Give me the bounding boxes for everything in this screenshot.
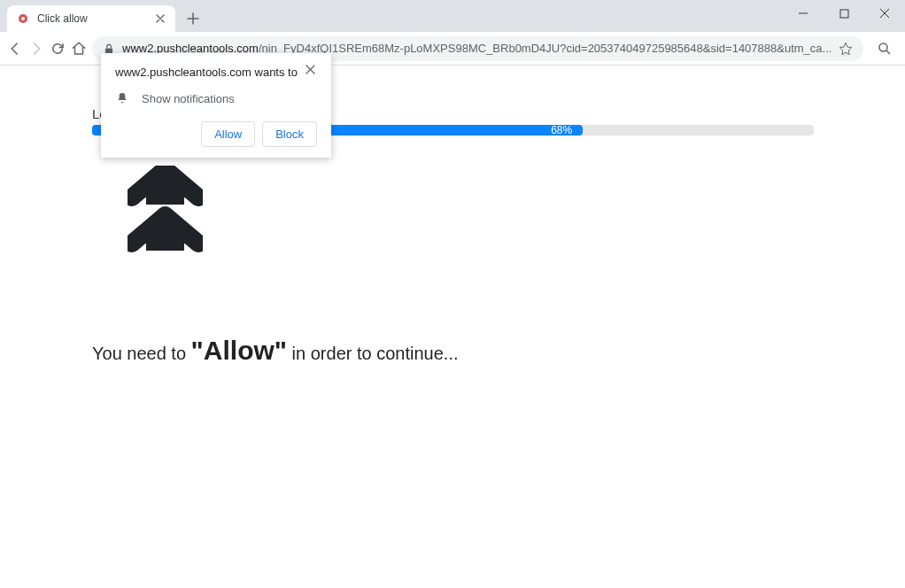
toolbar-right xyxy=(869,36,905,61)
svg-rect-3 xyxy=(105,48,112,53)
permission-close-icon[interactable] xyxy=(303,62,317,76)
minimize-button[interactable] xyxy=(783,0,824,27)
permission-show-notifications: Show notifications xyxy=(142,92,235,105)
close-window-button[interactable] xyxy=(864,0,905,27)
home-button[interactable] xyxy=(71,36,87,61)
browser-titlebar: Click allow xyxy=(0,0,905,32)
zoom-icon[interactable] xyxy=(872,36,897,61)
tab-title: Click allow xyxy=(37,12,88,25)
notification-permission-popup: www2.pushcleantools.com wants to Show no… xyxy=(101,53,331,158)
browser-tab[interactable]: Click allow xyxy=(7,5,175,32)
url-path: /nin_FyD4xfQI1SREm68Mz-pLoMXPS98MC_BRb0m… xyxy=(259,42,832,55)
bell-icon xyxy=(115,91,129,105)
bookmark-star-icon[interactable] xyxy=(839,42,853,56)
progress-percent-label: 68% xyxy=(551,124,572,136)
forward-button[interactable] xyxy=(28,36,44,61)
message-suffix: in order to continue... xyxy=(287,344,458,363)
message-prefix: You need to xyxy=(92,344,191,363)
reload-button[interactable] xyxy=(50,36,66,61)
svg-point-4 xyxy=(879,43,887,51)
maximize-button[interactable] xyxy=(824,0,864,27)
pointing-arrows-icon xyxy=(128,166,203,263)
svg-point-1 xyxy=(21,17,25,20)
instruction-message: You need to "Allow" in order to continue… xyxy=(92,336,459,366)
new-tab-button[interactable] xyxy=(181,6,205,31)
tab-favicon-icon xyxy=(16,12,30,26)
window-controls xyxy=(783,0,905,27)
back-button[interactable] xyxy=(7,36,23,61)
message-emphasis: "Allow" xyxy=(191,336,287,365)
allow-button[interactable]: Allow xyxy=(201,121,255,147)
svg-rect-2 xyxy=(840,10,848,18)
tab-close-icon[interactable] xyxy=(154,12,166,25)
permission-origin-text: www2.pushcleantools.com wants to xyxy=(115,66,303,79)
block-button[interactable]: Block xyxy=(262,121,317,147)
